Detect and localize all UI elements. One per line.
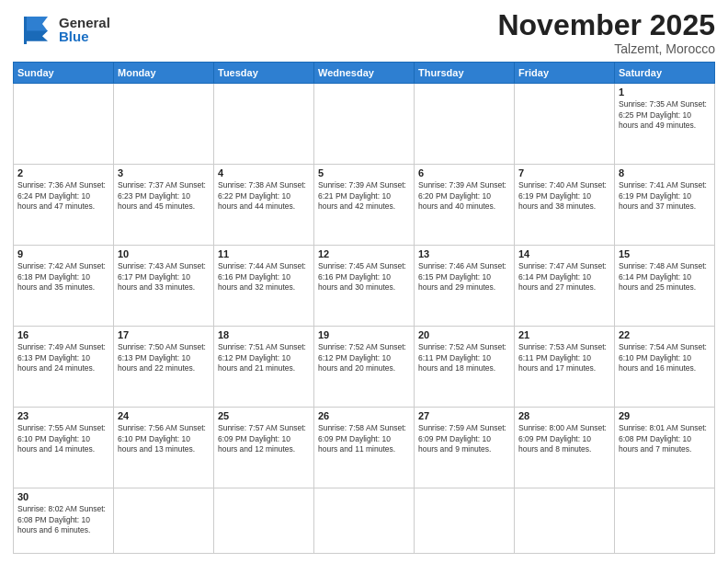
logo: General Blue [13,13,110,46]
day-info: Sunrise: 7:42 AM Sunset: 6:18 PM Dayligh… [17,261,109,293]
table-row: 29Sunrise: 8:01 AM Sunset: 6:08 PM Dayli… [615,408,715,488]
title-block: November 2025 Talzemt, Morocco [497,9,715,56]
calendar-table: Sunday Monday Tuesday Wednesday Thursday… [13,62,715,554]
table-row: 24Sunrise: 7:56 AM Sunset: 6:10 PM Dayli… [114,408,214,488]
day-number: 2 [17,167,109,178]
table-row: 22Sunrise: 7:54 AM Sunset: 6:10 PM Dayli… [615,327,715,408]
day-info: Sunrise: 7:47 AM Sunset: 6:14 PM Dayligh… [518,261,610,293]
day-number: 6 [418,167,510,178]
day-info: Sunrise: 7:41 AM Sunset: 6:19 PM Dayligh… [619,180,711,212]
svg-marker-1 [26,31,48,41]
table-row [114,488,214,554]
table-row: 25Sunrise: 7:57 AM Sunset: 6:09 PM Dayli… [214,408,314,488]
page: General Blue November 2025 Talzemt, Moro… [0,0,728,563]
table-row: 11Sunrise: 7:44 AM Sunset: 6:16 PM Dayli… [214,246,314,327]
logo-text: General Blue [59,16,110,43]
table-row: 19Sunrise: 7:52 AM Sunset: 6:12 PM Dayli… [314,327,415,408]
table-row: 6Sunrise: 7:39 AM Sunset: 6:20 PM Daylig… [415,165,515,246]
day-number: 18 [218,329,310,340]
table-row [515,84,615,165]
table-row [515,488,615,554]
day-info: Sunrise: 7:48 AM Sunset: 6:14 PM Dayligh… [619,261,711,293]
day-number: 4 [218,167,310,178]
table-row: 15Sunrise: 7:48 AM Sunset: 6:14 PM Dayli… [615,246,715,327]
day-info: Sunrise: 7:53 AM Sunset: 6:11 PM Dayligh… [518,342,610,373]
day-info: Sunrise: 7:44 AM Sunset: 6:16 PM Dayligh… [218,261,310,293]
col-wednesday: Wednesday [314,63,415,84]
day-number: 21 [518,329,610,340]
table-row: 4Sunrise: 7:38 AM Sunset: 6:22 PM Daylig… [214,165,314,246]
day-info: Sunrise: 7:50 AM Sunset: 6:13 PM Dayligh… [118,342,210,373]
table-row [615,488,715,554]
day-info: Sunrise: 7:43 AM Sunset: 6:17 PM Dayligh… [118,261,210,293]
day-info: Sunrise: 7:35 AM Sunset: 6:25 PM Dayligh… [619,99,711,131]
table-row: 20Sunrise: 7:52 AM Sunset: 6:11 PM Dayli… [415,327,515,408]
table-row: 5Sunrise: 7:39 AM Sunset: 6:21 PM Daylig… [314,165,415,246]
calendar-week-row: 16Sunrise: 7:49 AM Sunset: 6:13 PM Dayli… [14,327,715,408]
table-row: 30Sunrise: 8:02 AM Sunset: 6:08 PM Dayli… [14,488,114,554]
day-number: 8 [619,167,711,178]
day-number: 1 [619,86,711,98]
day-number: 12 [318,248,410,259]
day-number: 25 [218,410,310,421]
table-row: 8Sunrise: 7:41 AM Sunset: 6:19 PM Daylig… [615,165,715,246]
col-tuesday: Tuesday [214,63,314,84]
table-row: 14Sunrise: 7:47 AM Sunset: 6:14 PM Dayli… [515,246,615,327]
logo-blue: Blue [59,29,110,43]
day-info: Sunrise: 7:38 AM Sunset: 6:22 PM Dayligh… [218,180,310,212]
day-info: Sunrise: 7:46 AM Sunset: 6:15 PM Dayligh… [418,261,510,293]
table-row [114,84,214,165]
day-number: 3 [118,167,210,178]
day-info: Sunrise: 7:37 AM Sunset: 6:23 PM Dayligh… [118,180,210,212]
day-info: Sunrise: 7:52 AM Sunset: 6:11 PM Dayligh… [418,342,510,373]
table-row: 28Sunrise: 8:00 AM Sunset: 6:09 PM Dayli… [515,408,615,488]
calendar-week-row: 30Sunrise: 8:02 AM Sunset: 6:08 PM Dayli… [14,488,715,554]
col-sunday: Sunday [14,63,114,84]
table-row: 1Sunrise: 7:35 AM Sunset: 6:25 PM Daylig… [615,84,715,165]
day-number: 14 [518,248,610,259]
table-row: 2Sunrise: 7:36 AM Sunset: 6:24 PM Daylig… [14,165,114,246]
day-number: 29 [619,410,711,421]
table-row: 16Sunrise: 7:49 AM Sunset: 6:13 PM Dayli… [14,327,114,408]
col-thursday: Thursday [415,63,515,84]
day-info: Sunrise: 7:39 AM Sunset: 6:20 PM Dayligh… [418,180,510,212]
svg-rect-2 [24,17,27,44]
table-row [415,84,515,165]
day-number: 11 [218,248,310,259]
day-info: Sunrise: 8:01 AM Sunset: 6:08 PM Dayligh… [619,423,711,454]
table-row: 26Sunrise: 7:58 AM Sunset: 6:09 PM Dayli… [314,408,415,488]
day-number: 22 [619,329,711,340]
table-row: 12Sunrise: 7:45 AM Sunset: 6:16 PM Dayli… [314,246,415,327]
day-number: 17 [118,329,210,340]
table-row: 18Sunrise: 7:51 AM Sunset: 6:12 PM Dayli… [214,327,314,408]
day-info: Sunrise: 8:00 AM Sunset: 6:09 PM Dayligh… [518,423,610,454]
day-info: Sunrise: 7:59 AM Sunset: 6:09 PM Dayligh… [418,423,510,454]
table-row [214,488,314,554]
day-number: 23 [17,410,109,421]
day-number: 28 [518,410,610,421]
day-info: Sunrise: 7:56 AM Sunset: 6:10 PM Dayligh… [118,423,210,454]
calendar-week-row: 2Sunrise: 7:36 AM Sunset: 6:24 PM Daylig… [14,165,715,246]
table-row: 17Sunrise: 7:50 AM Sunset: 6:13 PM Dayli… [114,327,214,408]
day-info: Sunrise: 7:58 AM Sunset: 6:09 PM Dayligh… [318,423,410,454]
day-info: Sunrise: 8:02 AM Sunset: 6:08 PM Dayligh… [17,504,109,535]
day-info: Sunrise: 7:55 AM Sunset: 6:10 PM Dayligh… [17,423,109,454]
day-number: 27 [418,410,510,421]
day-info: Sunrise: 7:52 AM Sunset: 6:12 PM Dayligh… [318,342,410,373]
table-row [314,84,415,165]
day-info: Sunrise: 7:36 AM Sunset: 6:24 PM Dayligh… [17,180,109,212]
table-row: 3Sunrise: 7:37 AM Sunset: 6:23 PM Daylig… [114,165,214,246]
calendar-week-row: 9Sunrise: 7:42 AM Sunset: 6:18 PM Daylig… [14,246,715,327]
day-number: 10 [118,248,210,259]
day-number: 26 [318,410,410,421]
table-row: 10Sunrise: 7:43 AM Sunset: 6:17 PM Dayli… [114,246,214,327]
svg-marker-0 [26,17,48,31]
table-row [214,84,314,165]
table-row: 7Sunrise: 7:40 AM Sunset: 6:19 PM Daylig… [515,165,615,246]
month-title: November 2025 [497,9,715,41]
day-info: Sunrise: 7:40 AM Sunset: 6:19 PM Dayligh… [518,180,610,212]
day-number: 7 [518,167,610,178]
table-row: 9Sunrise: 7:42 AM Sunset: 6:18 PM Daylig… [14,246,114,327]
table-row [415,488,515,554]
day-number: 13 [418,248,510,259]
